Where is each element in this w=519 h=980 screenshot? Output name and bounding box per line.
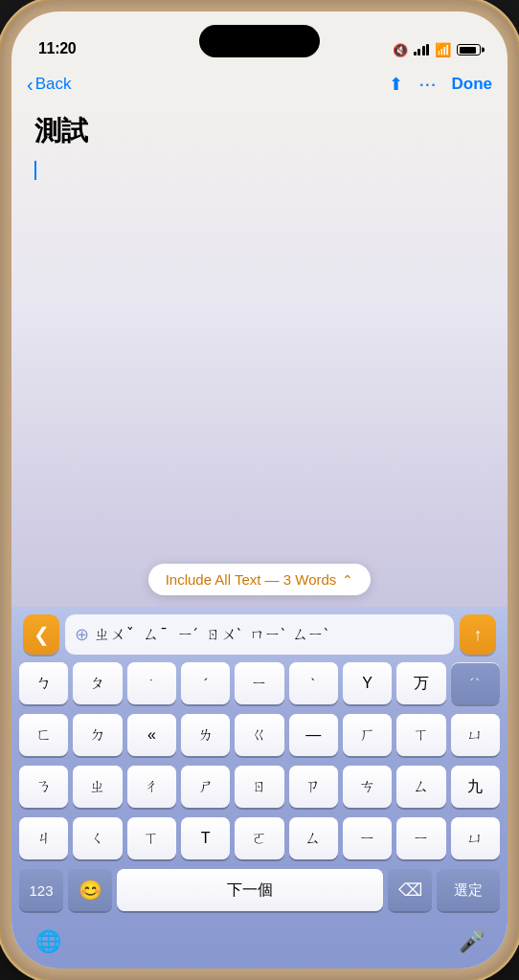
space-key[interactable]: 下一個 <box>117 869 383 911</box>
chevron-left-icon: ‹ <box>27 75 34 94</box>
keyboard-row-4: ㄐ ㄑ ㄒ T ㄛ ㄙ ㄧ ㄧ ㄩ <box>19 817 500 859</box>
key-ㄒ[interactable]: ㄒ <box>396 714 445 756</box>
keyboard-bottom-row: 123 😊 下一個 ⌫ 選定 <box>15 869 504 911</box>
key-ㄉ[interactable]: ㄉ <box>73 714 122 756</box>
key-ㄙ2[interactable]: ㄙ <box>289 817 338 859</box>
key-ㄑ[interactable]: ㄑ <box>73 817 122 859</box>
key-ㄖ[interactable]: ㄖ <box>235 766 283 808</box>
keyboard-area: ❮ ⊕ ㄓㄨˇ ㄙˉ ㄧˊ ㄖㄨˋ ㄇㄧˋ ㄙㄧˋ ↑ ㄅ ㄆ ˙ ˊ <box>11 607 508 969</box>
key-ㄔ[interactable]: ㄔ <box>127 766 176 808</box>
key-nine[interactable]: 九 <box>451 766 500 808</box>
keys-section: ㄅ ㄆ ˙ ˊ ㄧ ˋ Y 万 ˊˋ ㄈ ㄉ « ㄌ ㄍ — <box>15 662 504 859</box>
input-plus-icon: ⊕ <box>75 624 89 645</box>
pill-chevron-icon: ⌃ <box>342 572 353 588</box>
signal-bar-2 <box>417 49 420 56</box>
key-ㄧ2[interactable]: ㄧ <box>343 817 392 859</box>
key-ㄒ2[interactable]: ㄒ <box>127 817 176 859</box>
signal-bar-1 <box>414 52 417 56</box>
key-ㄈ[interactable]: ㄈ <box>19 714 68 756</box>
key-ㄗ[interactable]: ㄗ <box>289 766 338 808</box>
key-万[interactable]: 万 <box>396 662 445 704</box>
signal-bars <box>414 44 430 56</box>
back-label: Back <box>35 75 72 94</box>
key-ㄏ[interactable]: ㄏ <box>343 714 392 756</box>
pill-text: Include All Text — 3 Words <box>166 571 337 588</box>
key-ㄘ[interactable]: ㄘ <box>343 766 392 808</box>
emoji-icon: 😊 <box>79 879 102 902</box>
key-Y[interactable]: Y <box>343 662 392 704</box>
text-cursor <box>34 161 36 180</box>
done-button[interactable]: Done <box>452 75 493 94</box>
confirm-key[interactable]: 選定 <box>437 869 500 911</box>
key-ㄕ[interactable]: ㄕ <box>181 766 230 808</box>
numeric-label: 123 <box>29 882 53 899</box>
key-T[interactable]: T <box>181 817 230 859</box>
signal-bar-3 <box>422 46 425 56</box>
phone-frame: 11:20 🔇 📶 ‹ Back <box>0 0 519 980</box>
space-label: 下一個 <box>227 880 273 901</box>
dynamic-island <box>199 25 320 57</box>
key-ㄓ[interactable]: ㄓ <box>73 766 122 808</box>
keyboard-row-3: ㄋ ㄓ ㄔ ㄕ ㄖ ㄗ ㄘ ㄙ 九 <box>19 766 500 808</box>
key-tone4[interactable]: ˊˋ <box>451 662 500 704</box>
confirm-label: 選定 <box>454 881 483 900</box>
numeric-key[interactable]: 123 <box>19 869 63 911</box>
key-ㄋ[interactable]: ㄋ <box>19 766 68 808</box>
key-neutral[interactable]: ˙ <box>127 662 176 704</box>
back-arrow-icon: ❮ <box>34 623 50 646</box>
key-falling[interactable]: ˋ <box>289 662 338 704</box>
delete-key[interactable]: ⌫ <box>388 869 432 911</box>
key-ㄧ3[interactable]: ㄧ <box>396 817 445 859</box>
key-ㄊ[interactable]: « <box>127 714 176 756</box>
mute-icon: 🔇 <box>393 43 408 57</box>
send-button[interactable]: ↑ <box>460 614 496 655</box>
pill-banner-container: Include All Text — 3 Words ⌃ <box>11 564 508 607</box>
key-ㄙ[interactable]: ㄙ <box>396 766 445 808</box>
text-input-field[interactable]: ⊕ ㄓㄨˇ ㄙˉ ㄧˊ ㄖㄨˋ ㄇㄧˋ ㄙㄧˋ <box>65 614 454 655</box>
nav-right: ⬆ ··· Done <box>389 72 492 97</box>
content-area: 測試 Include All Text — 3 Words ⌃ <box>11 105 508 607</box>
key-rising[interactable]: ˊ <box>181 662 230 704</box>
status-icons: 🔇 📶 <box>393 42 482 57</box>
keyboard-row-1: ㄅ ㄆ ˙ ˊ ㄧ ˋ Y 万 ˊˋ <box>19 662 500 704</box>
keyboard-row-2: ㄈ ㄉ « ㄌ ㄍ — ㄏ ㄒ ㄩ <box>19 714 500 756</box>
mic-button[interactable]: 🎤 <box>454 924 488 959</box>
mic-icon: 🎤 <box>459 929 485 954</box>
key-ㄅ[interactable]: ㄅ <box>19 662 68 704</box>
key-dash[interactable]: — <box>289 714 338 756</box>
keyboard-back-button[interactable]: ❮ <box>23 614 59 655</box>
battery-icon <box>457 44 481 56</box>
status-time: 11:20 <box>38 40 76 57</box>
battery-fill <box>460 47 476 54</box>
include-all-text-pill[interactable]: Include All Text — 3 Words ⌃ <box>148 564 372 595</box>
globe-button[interactable]: 🌐 <box>31 924 65 959</box>
key-ㄧ[interactable]: ㄧ <box>235 662 283 704</box>
key-ㄍ[interactable]: ㄍ <box>235 714 283 756</box>
key-ㄛ[interactable]: ㄛ <box>235 817 283 859</box>
key-ㄐ[interactable]: ㄐ <box>19 817 68 859</box>
globe-icon: 🌐 <box>35 929 61 954</box>
phone-screen: 11:20 🔇 📶 ‹ Back <box>11 11 508 969</box>
key-ㄩ2[interactable]: ㄩ <box>451 817 500 859</box>
globe-mic-row: 🌐 🎤 <box>15 917 504 969</box>
nav-left: ‹ Back <box>27 75 71 94</box>
back-button[interactable]: ‹ Back <box>27 75 71 94</box>
key-ㄌ[interactable]: ㄌ <box>181 714 230 756</box>
key-ㄆ[interactable]: ㄆ <box>73 662 122 704</box>
input-text: ㄓㄨˇ ㄙˉ ㄧˊ ㄖㄨˋ ㄇㄧˋ ㄙㄧˋ <box>95 625 327 645</box>
input-row: ❮ ⊕ ㄓㄨˇ ㄙˉ ㄧˊ ㄖㄨˋ ㄇㄧˋ ㄙㄧˋ ↑ <box>15 614 504 662</box>
wifi-icon: 📶 <box>435 42 451 57</box>
nav-bar: ‹ Back ⬆ ··· Done <box>11 63 508 105</box>
delete-icon: ⌫ <box>398 880 422 901</box>
note-title: 測試 <box>34 113 485 149</box>
more-icon[interactable]: ··· <box>418 72 436 97</box>
share-icon[interactable]: ⬆ <box>389 74 403 95</box>
send-arrow-icon: ↑ <box>474 625 483 645</box>
emoji-key[interactable]: 😊 <box>68 869 112 911</box>
signal-bar-4 <box>426 44 429 56</box>
key-ㄩ[interactable]: ㄩ <box>451 714 500 756</box>
